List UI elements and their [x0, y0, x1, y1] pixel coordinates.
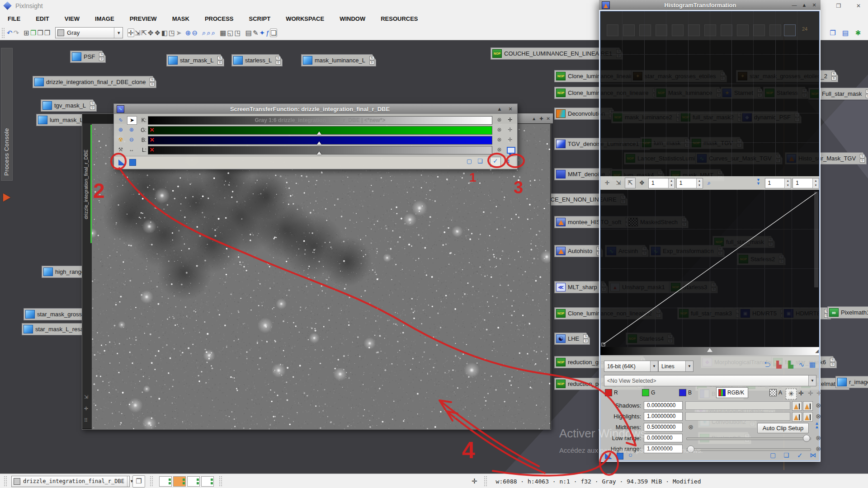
annotation-number-1: 1 [469, 170, 476, 184]
annotation-long-curve [119, 168, 636, 446]
annotation-number-4: 4 [462, 437, 475, 463]
annotation-circle-check [488, 154, 505, 167]
red-annotations: 1 2 3 4 [0, 0, 868, 488]
pixinsight-screen: PixInsight ❐ ✕ FILEEDITVIEWIMAGEPREVIEWM… [0, 0, 868, 488]
annotation-number-3: 3 [514, 178, 523, 197]
annotation-circle-stf-triangle [111, 154, 126, 169]
annotation-circle-collapse [507, 155, 524, 167]
annotation-number-2: 2 [93, 179, 105, 202]
